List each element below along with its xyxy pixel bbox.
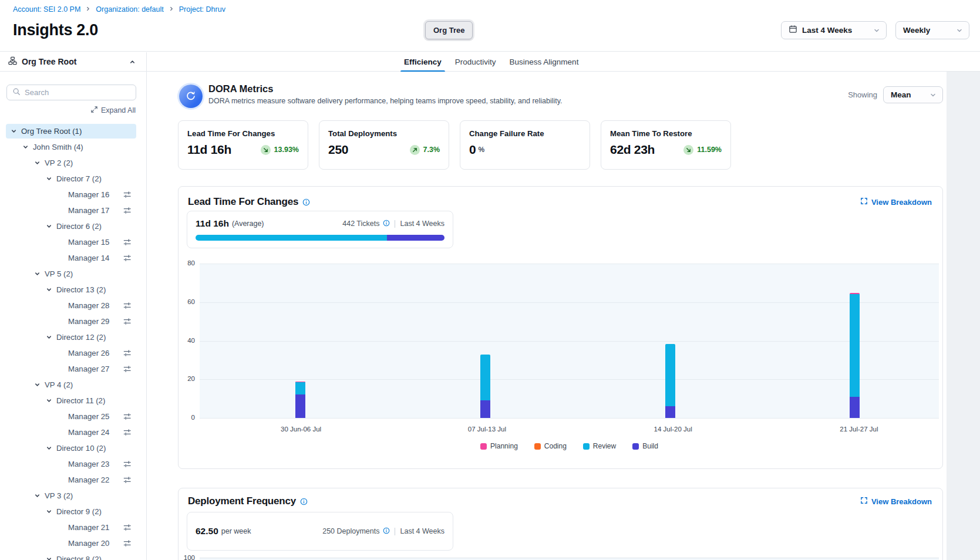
org-tree: Org Tree Root (1)John Smith (4)VP 2 (2)D… xyxy=(0,124,146,560)
chevron-down-icon[interactable] xyxy=(46,445,56,451)
tree-item-manager-24[interactable]: Manager 24 xyxy=(6,425,136,440)
chevron-down-icon[interactable] xyxy=(34,160,45,166)
org-tree-toggle-button[interactable]: Org Tree xyxy=(425,21,473,39)
tree-item-manager-29[interactable]: Manager 29 xyxy=(6,314,136,329)
filter-sliders-icon[interactable] xyxy=(123,190,132,199)
info-icon[interactable] xyxy=(383,220,390,228)
chevron-down-icon[interactable] xyxy=(46,334,56,340)
x-axis-tick-label: 14 Jul-20 Jul xyxy=(632,426,714,433)
gridline-0 xyxy=(200,418,939,419)
bar-segment-build xyxy=(295,394,305,418)
tree-item-manager-21[interactable]: Manager 21 xyxy=(6,520,136,535)
tree-item-john-smith-4[interactable]: John Smith (4) xyxy=(6,140,136,154)
tree-item-director-6-2[interactable]: Director 6 (2) xyxy=(6,219,136,234)
tree-item-vp-4-2[interactable]: VP 4 (2) xyxy=(6,377,136,392)
tree-item-manager-23[interactable]: Manager 23 xyxy=(6,457,136,471)
tree-item-director-11-2[interactable]: Director 11 (2) xyxy=(6,393,136,408)
chevron-down-icon[interactable] xyxy=(34,492,45,499)
tree-item-director-8-2[interactable]: Director 8 (2) xyxy=(6,552,136,560)
tree-item-manager-28[interactable]: Manager 28 xyxy=(6,298,136,313)
sidebar-header: Org Tree Root xyxy=(0,52,146,72)
lead-time-average-value: 11d 16h xyxy=(196,218,229,229)
breadcrumb-separator-icon xyxy=(85,5,91,14)
tree-item-vp-3-2[interactable]: VP 3 (2) xyxy=(6,488,136,503)
date-range-select[interactable]: Last 4 Weeks xyxy=(781,21,887,39)
aggregation-select[interactable]: Mean xyxy=(883,86,943,103)
filter-sliders-icon[interactable] xyxy=(123,206,132,215)
chevron-down-icon[interactable] xyxy=(46,556,56,560)
filter-sliders-icon[interactable] xyxy=(123,317,132,326)
filter-sliders-icon[interactable] xyxy=(123,412,132,421)
tree-item-manager-27[interactable]: Manager 27 xyxy=(6,362,136,376)
breadcrumb-link-project[interactable]: Project: Dhruv xyxy=(179,5,225,14)
tab-business-alignment[interactable]: Business Alignment xyxy=(506,52,582,72)
tree-item-director-7-2[interactable]: Director 7 (2) xyxy=(6,171,136,186)
info-icon[interactable] xyxy=(302,198,310,206)
filter-sliders-icon[interactable] xyxy=(123,460,132,468)
chevron-down-icon[interactable] xyxy=(34,271,45,277)
tree-item-director-13-2[interactable]: Director 13 (2) xyxy=(6,282,136,297)
filter-sliders-icon[interactable] xyxy=(123,539,132,548)
lead-time-view-breakdown-link[interactable]: View Breakdown xyxy=(860,197,932,207)
metric-card-lead-time-for-changes: Lead Time For Changes11d 16h13.93% xyxy=(178,120,308,170)
info-icon[interactable] xyxy=(383,527,390,536)
divider xyxy=(395,220,395,228)
tree-item-label: Director 10 (2) xyxy=(56,444,106,453)
deployment-count: 250 Deployments xyxy=(322,527,379,535)
chevron-down-icon[interactable] xyxy=(22,144,33,150)
search-input[interactable] xyxy=(25,88,130,97)
chevron-down-icon[interactable] xyxy=(46,286,56,293)
filter-sliders-icon[interactable] xyxy=(123,365,132,373)
filter-sliders-icon[interactable] xyxy=(123,349,132,357)
chevron-down-icon[interactable] xyxy=(46,508,56,515)
bar-segment-build xyxy=(665,406,675,418)
legend-item-coding: Coding xyxy=(534,442,567,450)
filter-sliders-icon[interactable] xyxy=(123,475,132,484)
y-axis-tick-label: 100 xyxy=(179,554,195,560)
tree-item-vp-2-2[interactable]: VP 2 (2) xyxy=(6,156,136,170)
deployment-chart-top: 100 xyxy=(179,553,942,560)
deployment-plot-area xyxy=(200,558,939,560)
tree-item-manager-14[interactable]: Manager 14 xyxy=(6,251,136,265)
stacked-bar-21-jul-27-jul xyxy=(850,293,860,418)
tree-item-label: Director 11 (2) xyxy=(56,396,105,405)
chevron-down-icon[interactable] xyxy=(11,128,21,134)
tree-item-director-10-2[interactable]: Director 10 (2) xyxy=(6,441,136,456)
tree-item-director-9-2[interactable]: Director 9 (2) xyxy=(6,504,136,519)
granularity-select[interactable]: Weekly xyxy=(895,21,969,39)
collapse-panel-chevron-up-icon[interactable] xyxy=(128,58,137,66)
tree-item-director-12-2[interactable]: Director 12 (2) xyxy=(6,330,136,345)
bar-segment-review xyxy=(480,355,490,400)
filter-sliders-icon[interactable] xyxy=(123,428,132,437)
filter-sliders-icon[interactable] xyxy=(123,238,132,247)
page-title: Insights 2.0 xyxy=(13,21,98,39)
tree-item-manager-26[interactable]: Manager 26 xyxy=(6,346,136,360)
tree-item-manager-22[interactable]: Manager 22 xyxy=(6,473,136,487)
legend-label: Coding xyxy=(544,442,567,450)
y-axis-tick-label: 0 xyxy=(179,414,195,421)
tree-item-manager-16[interactable]: Manager 16 xyxy=(6,187,136,202)
expand-corners-icon xyxy=(860,497,868,506)
tree-item-manager-15[interactable]: Manager 15 xyxy=(6,235,136,249)
expand-all-button[interactable]: Expand All xyxy=(90,106,136,115)
breadcrumb-link-organization[interactable]: Organization: default xyxy=(96,5,163,14)
tree-item-manager-17[interactable]: Manager 17 xyxy=(6,203,136,218)
tab-efficiency[interactable]: Efficiency xyxy=(400,52,445,72)
tree-item-org-tree-root-1[interactable]: Org Tree Root (1) xyxy=(6,124,136,139)
deployment-view-breakdown-link[interactable]: View Breakdown xyxy=(860,497,932,506)
filter-sliders-icon[interactable] xyxy=(123,523,132,532)
chevron-down-icon[interactable] xyxy=(46,223,56,230)
deployment-summary: 62.50 per week 250 Deployments Last 4 We… xyxy=(187,512,453,551)
chevron-down-icon[interactable] xyxy=(46,397,56,404)
chevron-down-icon[interactable] xyxy=(46,176,56,182)
header-controls: Last 4 Weeks Weekly xyxy=(781,21,969,39)
filter-sliders-icon[interactable] xyxy=(123,254,132,262)
breadcrumb-link-account[interactable]: Account: SEI 2.0 PM xyxy=(13,5,80,14)
tree-item-vp-5-2[interactable]: VP 5 (2) xyxy=(6,266,136,281)
tree-item-manager-20[interactable]: Manager 20 xyxy=(6,536,136,551)
info-icon[interactable] xyxy=(300,498,308,505)
filter-sliders-icon[interactable] xyxy=(123,301,132,310)
chevron-down-icon[interactable] xyxy=(34,382,45,388)
tab-productivity[interactable]: Productivity xyxy=(452,52,500,72)
tree-item-manager-25[interactable]: Manager 25 xyxy=(6,409,136,424)
